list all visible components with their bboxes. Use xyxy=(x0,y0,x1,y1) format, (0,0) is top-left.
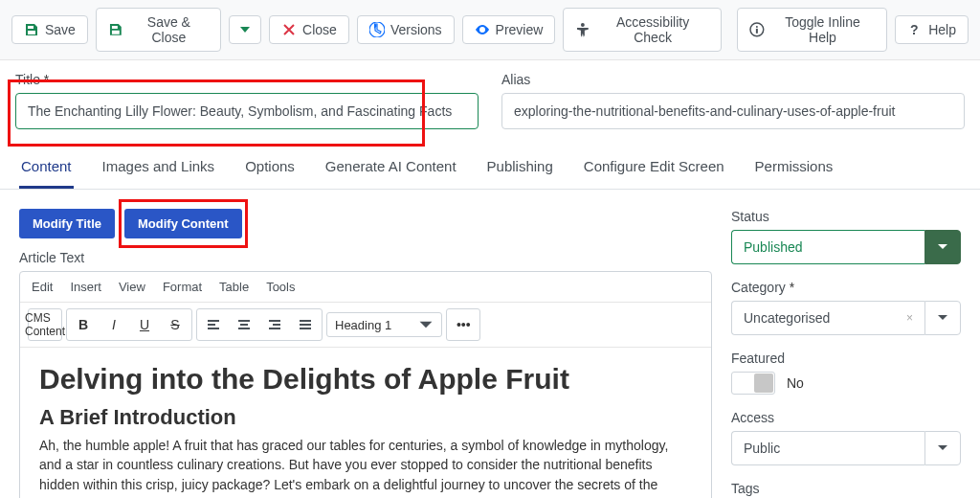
question-icon: ? xyxy=(907,22,923,37)
title-input[interactable] xyxy=(15,93,479,129)
featured-value: No xyxy=(787,375,804,391)
chevron-down-icon[interactable] xyxy=(924,230,961,264)
menu-tools[interactable]: Tools xyxy=(266,280,295,294)
eye-icon xyxy=(475,22,490,37)
versions-button[interactable]: Versions xyxy=(357,15,455,44)
category-label: Category xyxy=(731,280,961,295)
tab-permissions[interactable]: Permissions xyxy=(753,147,835,189)
tab-content[interactable]: Content xyxy=(19,147,74,189)
access-label: Access xyxy=(731,410,961,425)
top-toolbar: Save Save & Close Close Versions Preview… xyxy=(0,0,980,60)
chevron-down-icon[interactable] xyxy=(924,301,961,335)
tab-configure-edit[interactable]: Configure Edit Screen xyxy=(582,147,726,189)
toggle-help-button[interactable]: Toggle Inline Help xyxy=(737,8,887,52)
sidebar: Status Published Category Uncategorised … xyxy=(731,209,961,498)
alias-input[interactable] xyxy=(501,93,965,129)
close-icon xyxy=(281,22,297,37)
save-close-label: Save & Close xyxy=(129,14,209,45)
align-right-button[interactable] xyxy=(260,311,289,338)
a11y-label: Accessibility Check xyxy=(596,14,709,45)
content-h2-intro: A Brief Introduction xyxy=(39,405,692,430)
menu-edit[interactable]: Edit xyxy=(32,280,53,294)
category-select[interactable]: Uncategorised × xyxy=(731,301,961,335)
save-button[interactable]: Save xyxy=(11,15,88,44)
menu-view[interactable]: View xyxy=(119,280,145,294)
content-p1: Ah, the humble apple! A fruit that has g… xyxy=(39,436,692,498)
modify-content-button[interactable]: Modify Content xyxy=(124,209,242,238)
underline-button[interactable]: U xyxy=(130,311,159,338)
preview-label: Preview xyxy=(496,22,544,37)
article-text-label: Article Text xyxy=(19,250,712,265)
close-label: Close xyxy=(302,22,337,37)
status-label: Status xyxy=(731,209,961,224)
save-icon xyxy=(108,22,123,37)
clear-icon[interactable]: × xyxy=(906,311,913,325)
title-label: Title xyxy=(15,72,479,87)
save-icon xyxy=(24,22,39,37)
tab-images-links[interactable]: Images and Links xyxy=(100,147,217,189)
editor-toolbar: CMS Content B I U S Heading xyxy=(20,303,711,348)
help-label: Help xyxy=(928,22,956,37)
more-button[interactable]: ••• xyxy=(449,311,478,338)
accessibility-button[interactable]: Accessibility Check xyxy=(563,8,722,52)
info-icon xyxy=(749,22,765,37)
menu-table[interactable]: Table xyxy=(219,280,249,294)
help-button[interactable]: ? Help xyxy=(895,15,969,44)
chevron-down-icon xyxy=(237,22,253,37)
save-close-button[interactable]: Save & Close xyxy=(96,8,221,52)
align-justify-button[interactable] xyxy=(291,311,320,338)
editor-menubar: Edit Insert View Format Table Tools xyxy=(20,272,711,303)
svg-rect-3 xyxy=(756,29,758,34)
modify-title-button[interactable]: Modify Title xyxy=(19,209,115,238)
align-center-button[interactable] xyxy=(230,311,258,338)
strike-button[interactable]: S xyxy=(161,311,189,338)
preview-button[interactable]: Preview xyxy=(462,15,556,44)
tab-generate-ai[interactable]: Generate AI Content xyxy=(323,147,458,189)
italic-button[interactable]: I xyxy=(100,311,128,338)
align-left-button[interactable] xyxy=(199,311,228,338)
accessibility-icon xyxy=(575,22,590,37)
editor-content[interactable]: Delving into the Delights of Apple Fruit… xyxy=(20,348,711,498)
save-label: Save xyxy=(45,22,76,37)
access-select[interactable]: Public xyxy=(731,431,961,465)
chevron-down-icon[interactable] xyxy=(924,431,961,465)
cms-content-button[interactable]: CMS Content xyxy=(31,311,59,338)
tags-label: Tags xyxy=(731,481,961,496)
bold-button[interactable]: B xyxy=(69,311,98,338)
versions-icon xyxy=(369,22,385,37)
svg-point-2 xyxy=(756,26,758,28)
featured-toggle[interactable] xyxy=(731,372,775,395)
tab-publishing[interactable]: Publishing xyxy=(485,147,555,189)
ai-action-row: Modify Title Modify Content xyxy=(19,209,712,238)
tab-bar: Content Images and Links Options Generat… xyxy=(0,147,980,190)
status-select[interactable]: Published xyxy=(731,230,961,264)
alias-label: Alias xyxy=(501,72,965,87)
rich-editor: Edit Insert View Format Table Tools CMS … xyxy=(19,271,712,498)
tab-options[interactable]: Options xyxy=(243,147,297,189)
content-h1: Delving into the Delights of Apple Fruit xyxy=(39,363,692,396)
svg-point-0 xyxy=(581,23,585,27)
featured-label: Featured xyxy=(731,351,961,366)
toggle-help-label: Toggle Inline Help xyxy=(770,14,875,45)
chevron-down-icon xyxy=(418,317,434,332)
menu-insert[interactable]: Insert xyxy=(70,280,101,294)
versions-label: Versions xyxy=(390,22,442,37)
menu-format[interactable]: Format xyxy=(163,280,202,294)
close-button[interactable]: Close xyxy=(269,15,349,44)
block-format-select[interactable]: Heading 1 xyxy=(326,312,442,337)
save-dropdown-button[interactable] xyxy=(229,15,261,44)
title-alias-row: Title Alias xyxy=(0,60,980,141)
svg-text:?: ? xyxy=(910,22,919,37)
